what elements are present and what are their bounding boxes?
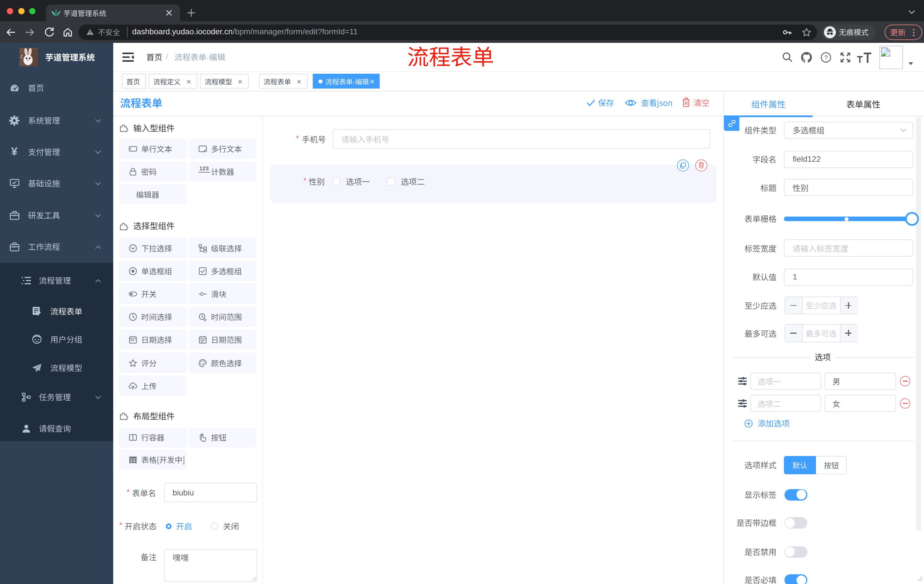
svg-text:?: ? <box>824 54 828 61</box>
